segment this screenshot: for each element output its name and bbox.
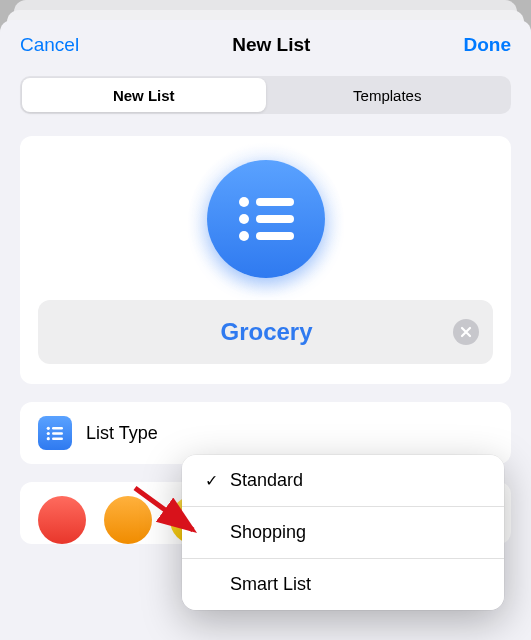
svg-point-8 <box>47 431 50 434</box>
svg-point-2 <box>239 214 249 224</box>
popup-option-shopping[interactable]: Shopping <box>182 507 504 559</box>
list-bullet-icon <box>236 194 296 244</box>
list-type-label: List Type <box>86 423 158 444</box>
svg-rect-3 <box>256 215 294 223</box>
tab-templates[interactable]: Templates <box>266 78 510 112</box>
svg-rect-11 <box>52 437 63 440</box>
svg-rect-5 <box>256 232 294 240</box>
tab-new-list[interactable]: New List <box>22 78 266 112</box>
nav-bar: Cancel New List Done <box>0 20 531 68</box>
svg-rect-1 <box>256 198 294 206</box>
svg-rect-7 <box>52 427 63 430</box>
popup-option-label: Standard <box>230 470 303 491</box>
popup-option-standard[interactable]: ✓ Standard <box>182 455 504 507</box>
popup-option-label: Shopping <box>230 522 306 543</box>
svg-rect-9 <box>52 432 63 435</box>
popup-option-smart-list[interactable]: Smart List <box>182 559 504 610</box>
svg-point-6 <box>47 426 50 429</box>
svg-point-4 <box>239 231 249 241</box>
list-name-field[interactable] <box>38 300 493 364</box>
checkmark-icon: ✓ <box>202 471 220 490</box>
list-bullet-icon <box>46 426 64 441</box>
list-type-mini-icon <box>38 416 72 450</box>
done-button[interactable]: Done <box>464 34 512 56</box>
list-type-popup-menu: ✓ Standard Shopping Smart List <box>182 455 504 610</box>
list-icon-badge[interactable] <box>207 160 325 278</box>
cancel-button[interactable]: Cancel <box>20 34 79 56</box>
list-preview-card <box>20 136 511 384</box>
popup-option-label: Smart List <box>230 574 311 595</box>
close-icon <box>460 326 472 338</box>
svg-point-10 <box>47 437 50 440</box>
svg-point-0 <box>239 197 249 207</box>
list-name-input[interactable] <box>52 318 453 346</box>
page-title: New List <box>232 34 310 56</box>
color-swatch-red[interactable] <box>38 496 86 544</box>
color-swatch-orange[interactable] <box>104 496 152 544</box>
tab-segmented-control[interactable]: New List Templates <box>20 76 511 114</box>
clear-text-button[interactable] <box>453 319 479 345</box>
